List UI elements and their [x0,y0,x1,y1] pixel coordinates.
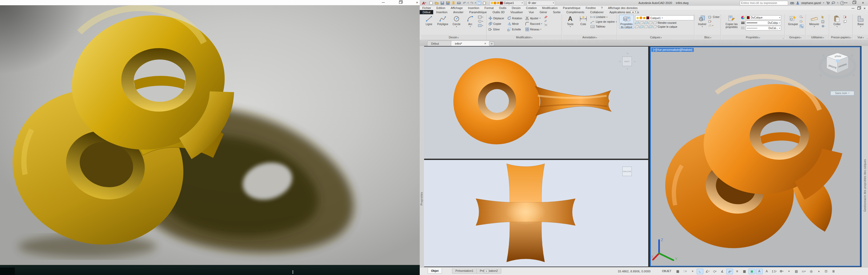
layout-tab[interactable]: Objet [428,268,442,274]
redo-caret-icon[interactable]: ▾ [475,2,476,4]
menu-item[interactable]: Affichage des données [605,6,640,9]
customization-icon[interactable]: ≣ [830,269,837,274]
copy-layer-icon[interactable] [653,26,657,28]
viewcube-top-label[interactable]: HAUT [834,55,841,58]
compass-e[interactable]: E [634,60,636,63]
viewcube-mini-top[interactable]: HAUT [622,57,632,66]
autocad-logo-icon[interactable]: A▾ [421,0,427,5]
leader-button[interactable]: Ligne de repère [590,20,617,23]
compass-n[interactable]: N [627,53,628,55]
ribbon-tab[interactable]: Sortie [550,10,563,14]
object-snap-icon[interactable]: ⊿ [726,269,733,274]
viewcube[interactable]: S O E N HAUT DROITE ARRIÈRE [818,49,858,88]
linetype-select[interactable]: DuCal...▾ [746,26,781,30]
ribbon-tab[interactable]: Visualiser [507,10,526,14]
menu-item[interactable]: Edition [434,6,448,9]
minimize-icon[interactable] [379,1,387,4]
quick-calc-icon[interactable] [822,20,825,23]
layer-prev-icon[interactable] [644,26,649,28]
annotation-visibility-icon[interactable]: A [756,269,763,274]
compass-e[interactable]: E [819,73,823,77]
workspace-gear-icon[interactable]: ⚙ [778,269,785,274]
group-edit-icon[interactable] [800,20,804,23]
model-space-button[interactable]: OBJET [660,268,673,274]
color-select[interactable]: DuCalque▾ [746,15,781,20]
snap-icon[interactable]: ∷ [682,269,688,274]
layer-dropdown[interactable]: Calque1 ▾ [635,15,694,20]
panel-label-presse[interactable]: Presse-papiers [830,35,852,40]
layer-off-icon[interactable] [635,22,640,24]
quick-properties-icon[interactable]: ▤ [793,269,800,274]
new-layout-icon[interactable]: + [484,269,489,273]
layout-tab[interactable]: Présentation1 [452,268,477,274]
layer-match-icon[interactable] [639,26,644,28]
isodraft-icon[interactable]: ◇ [712,269,718,274]
file-tab-start[interactable]: Début [427,40,452,46]
id-point-icon[interactable] [822,25,825,28]
viewport-top-view[interactable]: HAUT N O E S [424,46,648,159]
menu-item[interactable]: Paramétrique [560,6,583,9]
ribbon-tab[interactable]: Collaborer [587,10,607,14]
ribbon-tab[interactable]: Paramétrique [466,10,490,14]
layer-isolate-icon[interactable] [639,22,644,24]
menu-item[interactable]: Insertion [465,6,482,9]
viewport-perspective[interactable]: [+][Vue personnalisée][Réaliste] S O E N… [650,46,861,267]
dimension-button[interactable]: Cote [578,15,589,26]
ortho-icon[interactable]: ∟ [697,269,703,274]
workspace-dropdown[interactable]: ⚙ ster ▾ [527,1,555,5]
measure-button[interactable]: Mesurer [808,15,820,28]
lock-ui-icon[interactable]: ▭ [801,269,807,274]
signed-in-user[interactable]: stephane.gazel [801,1,821,4]
new-drawing-tab-icon[interactable]: + [489,41,494,46]
mobile-icon[interactable] [451,1,456,5]
properties-palette-tab[interactable]: Propriétés [420,192,423,205]
compass-s[interactable]: S [627,68,628,70]
layer-manager-palette-tab[interactable]: Gestionnaire des propriétés des calques [864,159,866,212]
erase-icon[interactable] [544,15,548,18]
create-block-button[interactable]: Créer [708,15,719,19]
lineweight-icon[interactable]: ≡ [734,269,740,274]
open-icon[interactable] [434,1,439,5]
layer-on-icon[interactable] [637,17,639,19]
insert-block-button[interactable]: Insérer [697,15,708,28]
layer-walk-icon[interactable] [635,26,640,28]
search-input[interactable] [740,1,788,5]
hatch-icon[interactable] [478,24,483,27]
store-icon[interactable] [826,2,830,4]
mirror-button[interactable]: Miroir [507,22,522,26]
group-selection-icon[interactable] [800,25,804,28]
menu-item[interactable]: ? [598,6,605,9]
scale-button[interactable]: Echelle [507,28,522,31]
menu-item[interactable]: Fenêtre [583,6,598,9]
annotation-scale[interactable]: 1:1 [771,269,777,274]
selection-cycling-icon[interactable]: ▣ [749,269,755,274]
panel-label-bloc[interactable]: Bloc [695,35,720,40]
menu-item[interactable]: Modification [539,6,560,9]
properties-palette-icon[interactable] [477,1,482,5]
paste-button[interactable]: Coller [832,15,842,28]
make-current-button[interactable]: Rendre courant [658,22,676,24]
menu-item[interactable]: Cotation [523,6,539,9]
redo-icon[interactable]: ↷ [469,1,474,5]
layer-unlock-icon[interactable] [643,17,645,19]
panel-label-dessin[interactable]: Dessin [421,35,487,40]
dynamic-input-icon[interactable]: + [689,269,696,274]
panel-label-annotation[interactable]: Annotation [563,35,617,40]
trim-button[interactable]: Ajuster [525,16,542,20]
copy-clip-icon[interactable] [843,20,846,23]
undo-icon[interactable]: ↶ [462,1,467,5]
qat-layer-dropdown[interactable]: Calque1 ▾ [490,1,524,5]
viewport-front-view[interactable]: GAUCHE [424,160,648,267]
new-file-icon[interactable] [429,1,433,5]
ungroup-icon[interactable]: × [800,15,804,19]
offset-icon[interactable] [544,20,548,22]
polar-tracking-icon[interactable]: ∠ [704,269,711,274]
panel-label-groupes[interactable]: Groupes [785,35,805,40]
close-tab-icon[interactable]: × [484,42,486,45]
ribbon-collapse-icon[interactable]: ▲ ▾ [630,10,638,13]
make-current-icon[interactable] [653,22,657,24]
plot-icon[interactable] [457,1,461,5]
panel-label-vue[interactable]: Vue [854,35,868,40]
communication-icon[interactable] [832,2,835,4]
clean-screen-icon[interactable]: ⊡ [823,269,829,274]
